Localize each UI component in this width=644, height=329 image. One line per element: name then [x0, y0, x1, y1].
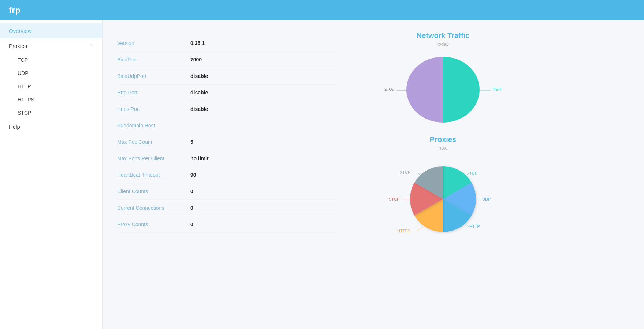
svg-text:Traffic Out: Traffic Out	[384, 87, 395, 91]
info-value: 0	[190, 205, 193, 211]
app-header: frp	[0, 0, 644, 20]
sidebar-proxies-label: Proxies	[9, 43, 27, 49]
sidebar-stcp-label: STCP	[18, 110, 31, 116]
sidebar-item-overview[interactable]: Overview	[0, 23, 102, 38]
info-label: Client Counts	[117, 188, 190, 194]
info-rows-container: Version0.35.1BindPort7000BindUdpPortdisa…	[117, 35, 337, 233]
sidebar-item-proxies[interactable]: Proxies ⌃	[0, 38, 102, 53]
sidebar-https-label: HTTPS	[18, 97, 34, 102]
info-row: Max Ports Per Clientno limit	[117, 150, 337, 167]
network-traffic-title: Network Traffic	[417, 31, 469, 40]
sidebar-item-udp[interactable]: UDP	[0, 67, 102, 80]
network-traffic-chart: Traffic Out Traffic In	[384, 51, 502, 128]
info-label: Max Ports Per Client	[117, 156, 190, 161]
proxies-chart: TCP UDP HTTP HTTPS STCP	[373, 155, 513, 243]
info-row: Client Counts0	[117, 183, 337, 200]
info-label: Current Connections	[117, 205, 190, 211]
charts-panel: Network Traffic today	[351, 28, 535, 322]
info-value: 5	[190, 139, 193, 145]
main-layout: Overview Proxies ⌃ TCP UDP HTTP HTTPS ST…	[0, 20, 644, 329]
svg-text:Traffic In: Traffic In	[492, 87, 502, 91]
info-label: BindPort	[117, 57, 190, 63]
info-row: BindPort7000	[117, 52, 337, 68]
info-row: Max PoolCount5	[117, 134, 337, 150]
info-row: BindUdpPortdisable	[117, 68, 337, 85]
info-label: Subdomain Host	[117, 123, 190, 128]
sidebar-udp-label: UDP	[18, 70, 29, 76]
proxies-chart-section: Proxies now	[351, 135, 535, 243]
svg-text:HTTP: HTTP	[469, 224, 480, 228]
proxies-chart-title: Proxies	[430, 135, 456, 144]
info-row: Proxy Counts0	[117, 216, 337, 233]
info-row: HeartBeat Timeout90	[117, 167, 337, 183]
info-row: Subdomain Host	[117, 117, 337, 134]
info-value: disable	[190, 73, 208, 79]
info-value: 0	[190, 221, 193, 227]
info-label: BindUdpPort	[117, 73, 190, 79]
info-value: disable	[190, 90, 208, 96]
info-value: 90	[190, 172, 196, 178]
sidebar-tcp-label: TCP	[18, 57, 28, 63]
network-traffic-svg: Traffic Out Traffic In	[384, 51, 502, 128]
info-row: Version0.35.1	[117, 35, 337, 52]
proxies-svg: TCP UDP HTTP HTTPS STCP	[373, 155, 513, 243]
info-value: 7000	[190, 57, 202, 63]
proxies-chart-subtitle: now	[439, 145, 447, 151]
info-label: Proxy Counts	[117, 221, 190, 227]
svg-text:TCP: TCP	[469, 171, 477, 175]
info-value: 0.35.1	[190, 40, 205, 46]
info-label: Version	[117, 40, 190, 46]
info-row: Https Portdisable	[117, 101, 337, 117]
svg-text:HTTPS: HTTPS	[397, 229, 410, 233]
content-area: Version0.35.1BindPort7000BindUdpPortdisa…	[103, 20, 644, 329]
svg-text:UDP: UDP	[482, 197, 491, 201]
sidebar-item-http[interactable]: HTTP	[0, 80, 102, 93]
sidebar-help-label: Help	[9, 124, 20, 130]
info-value: no limit	[190, 156, 209, 161]
info-label: HeartBeat Timeout	[117, 172, 190, 178]
sidebar-item-tcp[interactable]: TCP	[0, 53, 102, 67]
network-traffic-section: Network Traffic today	[351, 31, 535, 128]
svg-text:STCP: STCP	[389, 197, 399, 201]
sidebar-item-help[interactable]: Help	[0, 119, 102, 134]
sidebar: Overview Proxies ⌃ TCP UDP HTTP HTTPS ST…	[0, 20, 103, 329]
info-row: Current Connections0	[117, 200, 337, 216]
network-traffic-subtitle: today	[437, 41, 449, 47]
info-label: Http Port	[117, 90, 190, 96]
svg-line-14	[417, 224, 428, 231]
sidebar-http-label: HTTP	[18, 83, 31, 89]
info-value: 0	[190, 188, 193, 194]
info-row: Http Portdisable	[117, 85, 337, 101]
info-label: Https Port	[117, 106, 190, 112]
info-label: Max PoolCount	[117, 139, 190, 145]
info-value: disable	[190, 106, 208, 112]
svg-text:XTCP: XTCP	[400, 170, 410, 175]
sidebar-item-stcp[interactable]: STCP	[0, 106, 102, 119]
chevron-up-icon: ⌃	[90, 44, 93, 49]
sidebar-overview-label: Overview	[9, 28, 32, 34]
sidebar-item-https[interactable]: HTTPS	[0, 93, 102, 106]
app-title: frp	[9, 5, 21, 15]
info-panel: Version0.35.1BindPort7000BindUdpPortdisa…	[117, 28, 337, 322]
